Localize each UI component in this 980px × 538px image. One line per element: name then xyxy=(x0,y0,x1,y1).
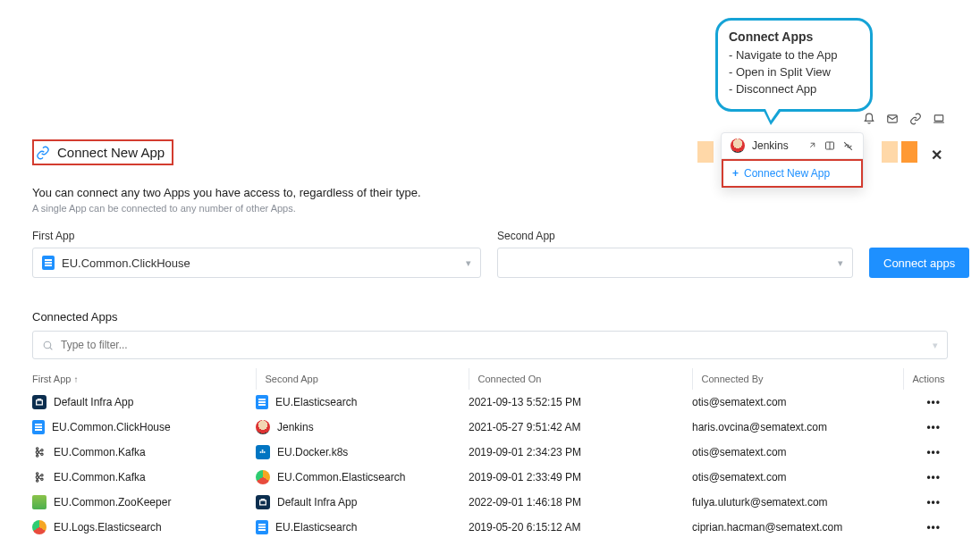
connected-on-cell: 2019-05-20 6:15:12 AM xyxy=(469,515,692,538)
col-actions: Actions xyxy=(903,368,948,390)
laptop-icon[interactable] xyxy=(932,112,946,126)
kafka-icon xyxy=(32,445,46,459)
row-actions-button[interactable]: ••• xyxy=(903,465,948,490)
first-app-cell[interactable]: EU.Logs.Elasticsearch xyxy=(32,520,249,534)
connected-on-cell: 2019-09-01 2:33:49 PM xyxy=(469,465,692,490)
zookeeper-icon xyxy=(32,495,46,509)
callout-title: Connect Apps xyxy=(729,29,859,44)
second-app-cell[interactable]: EU.Docker.k8s xyxy=(256,445,461,459)
first-app-name: EU.Common.ClickHouse xyxy=(52,421,171,433)
first-app-col: First App EU.Common.ClickHouse ▾ xyxy=(32,230,481,278)
first-app-cell[interactable]: EU.Common.Kafka xyxy=(32,470,249,484)
svg-rect-4 xyxy=(37,400,43,405)
col-connected-by[interactable]: Connected By xyxy=(692,368,903,390)
connected-on-cell: 2021-09-13 5:52:15 PM xyxy=(469,390,692,415)
svg-rect-1 xyxy=(934,115,942,121)
connected-on-cell: 2022-09-01 1:46:18 PM xyxy=(469,490,692,515)
popover-app-row[interactable]: Jenkins xyxy=(722,133,863,158)
callout-bubble: Connect Apps - Navigate to the App - Ope… xyxy=(715,18,873,112)
svg-point-5 xyxy=(37,448,38,450)
svg-rect-13 xyxy=(264,451,266,453)
first-app-cell[interactable]: Default Infra App xyxy=(32,395,249,409)
connected-apps-table: First App↑ Second App Connected On Conne… xyxy=(32,368,948,538)
jenkins-icon xyxy=(731,139,745,153)
row-actions-button[interactable]: ••• xyxy=(903,390,948,415)
chevron-down-icon: ▾ xyxy=(838,257,843,269)
topbar-icon-row xyxy=(862,112,946,126)
first-app-cell[interactable]: EU.Common.ZooKeeper xyxy=(32,495,249,509)
second-app-cell[interactable]: EU.Common.Elasticsearch xyxy=(256,470,461,484)
svg-point-9 xyxy=(41,453,43,455)
svg-rect-11 xyxy=(262,451,264,453)
table-row: EU.Logs.ElasticsearchEU.Elasticsearch201… xyxy=(32,515,948,538)
callout-line: - Open in Split View xyxy=(729,64,859,81)
callout-line: - Disconnect App xyxy=(729,81,859,98)
svg-rect-10 xyxy=(260,451,262,453)
second-app-cell[interactable]: Default Infra App xyxy=(256,495,461,509)
second-app-select[interactable]: ▾ xyxy=(497,248,853,278)
first-app-name: EU.Common.Kafka xyxy=(54,471,146,483)
first-app-cell[interactable]: EU.Common.Kafka xyxy=(32,445,249,459)
disconnect-icon[interactable] xyxy=(842,140,854,152)
connected-by-cell: fulya.uluturk@sematext.com xyxy=(692,490,903,515)
description-main: You can connect any two Apps you have ac… xyxy=(32,186,948,199)
first-app-value: EU.Common.ClickHouse xyxy=(62,256,190,270)
chevron-down-icon: ▾ xyxy=(933,340,938,351)
filter-input-wrapper[interactable]: ▾ xyxy=(32,331,948,359)
second-app-name: Jenkins xyxy=(277,421,314,433)
callout-tail-inner xyxy=(765,109,779,121)
col-connected-on[interactable]: Connected On xyxy=(469,368,692,390)
col-second-app[interactable]: Second App xyxy=(256,368,469,390)
connected-by-cell: otis@sematext.com xyxy=(692,440,903,465)
navigate-icon[interactable] xyxy=(807,140,817,152)
second-app-cell[interactable]: EU.Elasticsearch xyxy=(256,395,461,409)
first-app-cell[interactable]: EU.Common.ClickHouse xyxy=(32,420,249,434)
form-row: First App EU.Common.ClickHouse ▾ Second … xyxy=(32,230,948,278)
second-app-name: Default Infra App xyxy=(277,496,357,509)
svg-rect-12 xyxy=(262,450,264,451)
svg-point-3 xyxy=(44,341,51,349)
link-icon[interactable] xyxy=(908,112,923,126)
callout-line: - Navigate to the App xyxy=(729,47,859,64)
col-first-app[interactable]: First App↑ xyxy=(32,368,256,390)
connected-by-cell: otis@sematext.com xyxy=(692,465,903,490)
svg-point-17 xyxy=(41,475,43,476)
connect-apps-button[interactable]: Connect apps xyxy=(869,248,969,278)
second-app-name: EU.Elasticsearch xyxy=(275,396,357,408)
second-app-col: Second App ▾ xyxy=(497,230,853,278)
first-app-name: EU.Logs.Elasticsearch xyxy=(54,521,162,534)
description-sub: A single App can be connected to any num… xyxy=(32,203,948,214)
main-content: You can connect any two Apps you have ac… xyxy=(32,177,948,538)
second-app-cell[interactable]: Jenkins xyxy=(256,420,461,434)
row-actions-button[interactable]: ••• xyxy=(903,490,948,515)
sort-asc-icon: ↑ xyxy=(73,374,78,384)
doc-icon xyxy=(32,420,45,434)
filter-input[interactable] xyxy=(61,339,925,351)
popover-app-label: Jenkins xyxy=(752,139,789,152)
connected-on-cell: 2021-05-27 9:51:42 AM xyxy=(469,415,692,440)
split-view-icon[interactable] xyxy=(824,140,835,152)
kafka-icon xyxy=(32,470,46,484)
second-app-name: EU.Elasticsearch xyxy=(275,521,357,534)
row-actions-button[interactable]: ••• xyxy=(903,440,948,465)
first-app-select[interactable]: EU.Common.ClickHouse ▾ xyxy=(32,248,481,278)
second-app-name: EU.Docker.k8s xyxy=(277,446,348,458)
docker-icon xyxy=(256,445,270,459)
row-actions-button[interactable]: ••• xyxy=(903,515,948,538)
svg-rect-19 xyxy=(260,500,266,505)
search-icon xyxy=(42,340,54,351)
infra-icon xyxy=(256,495,270,509)
svg-point-14 xyxy=(37,473,38,475)
close-button[interactable]: ✕ xyxy=(931,147,942,164)
second-app-cell[interactable]: EU.Elasticsearch xyxy=(256,520,461,534)
first-app-name: EU.Common.Kafka xyxy=(54,446,146,458)
chevron-down-icon: ▾ xyxy=(466,257,471,269)
table-row: EU.Common.KafkaEU.Docker.k8s2019-09-01 2… xyxy=(32,440,948,465)
connected-apps-title: Connected Apps xyxy=(32,310,948,324)
mail-icon[interactable] xyxy=(885,112,900,126)
row-actions-button[interactable]: ••• xyxy=(903,415,948,440)
bell-icon[interactable] xyxy=(862,112,876,126)
doc-icon xyxy=(256,395,268,409)
first-app-name: EU.Common.ZooKeeper xyxy=(54,496,171,509)
connected-on-cell: 2019-09-01 2:34:23 PM xyxy=(469,440,692,465)
